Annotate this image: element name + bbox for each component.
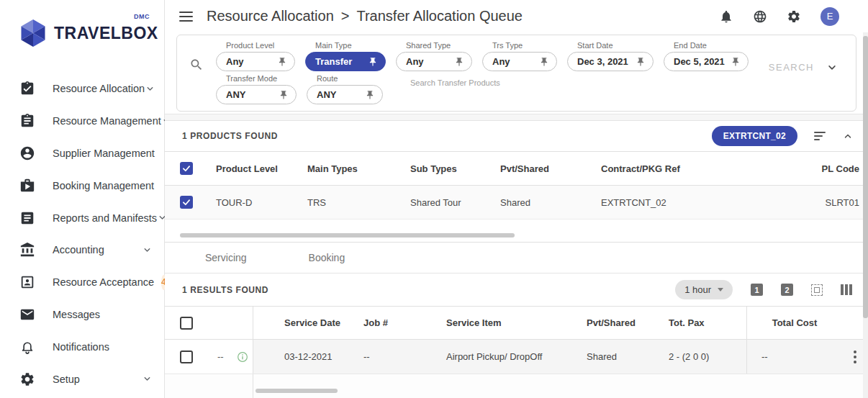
column-header: Total Cost [746,307,842,339]
sidebar-item-resource-allocation[interactable]: Resource Allocation [0,73,164,105]
products-bar-controls: EXTRTCNT_02 [712,126,854,146]
sidebar-item-resource-acceptance[interactable]: Resource Acceptance 4 [0,266,164,299]
pin-icon[interactable] [279,90,289,100]
column-header: Job # [363,307,446,339]
filter-field-end-date: End Date Dec 5, 2021 [664,40,749,71]
search-button[interactable]: SEARCH [769,62,814,73]
column-header: Pvt/Shared [500,163,601,174]
product-table-row[interactable]: TOUR-D TRS Shared Tour Shared EXTRTCNT_0… [165,186,868,220]
filter-field-main-type: Main Type Transfer [305,40,386,71]
sidebar-item-supplier-management[interactable]: Supplier Management [0,137,164,170]
transfer-mode-pill[interactable]: ANY [216,85,297,104]
gear-icon[interactable] [787,9,801,24]
interval-value: 1 hour [684,284,711,295]
sidebar-item-accounting[interactable]: Accounting [0,234,164,266]
column-header: Contract/PKG Ref [601,163,799,174]
sidebar-item-booking-management[interactable]: Booking Management [0,169,164,202]
pill-value: Any [492,56,510,67]
sidebar-item-label: Notifications [53,341,109,353]
section-divider [165,114,868,121]
sidebar-item-notifications[interactable]: Notifications [0,330,164,363]
cell-job: -- [363,340,446,374]
products-bar: 1 PRODUCTS FOUND EXTRTCNT_02 [165,121,868,151]
filter-row-1: Product Level Any Main Type Transfer [216,40,748,71]
filter-card: Product Level Any Main Type Transfer [176,35,856,112]
view-1-button[interactable]: 1 [751,284,763,296]
pin-icon[interactable] [454,57,464,67]
brand-logo[interactable]: TRAVELBOX [0,0,164,48]
search-transfer-products-placeholder[interactable]: Search Transfer Products [410,78,500,104]
view-2-button[interactable]: 2 [781,284,793,296]
interval-dropdown[interactable]: 1 hour [675,280,733,299]
sidebar-item-messages[interactable]: Messages [0,299,164,331]
pill-value: Any [226,56,244,67]
cell-service-item: Airport Pickup/ DropOff [446,340,587,374]
pin-icon[interactable] [277,57,287,67]
pill-value: Transfer [315,56,352,67]
vertical-scrollbar-thumb[interactable] [863,36,868,318]
tabs: Servicing Booking [165,243,868,273]
collapse-filters-chevron-icon[interactable] [826,61,838,74]
avatar[interactable]: E [820,7,839,26]
start-date-pill[interactable]: Dec 3, 2021 [567,52,654,71]
sidebar-item-label: Setup [53,374,80,385]
cell-main-types: TRS [307,197,410,208]
column-header: PL Code [799,163,868,174]
sidebar-item-label: Accounting [53,244,104,255]
results-hscroll-track [165,374,868,398]
chevron-up-icon[interactable] [842,130,854,142]
column-header: Product Level [216,163,307,174]
clipboard-check-icon [19,81,35,96]
bank-icon [19,242,35,258]
pin-icon[interactable] [636,57,646,67]
cell-tot-pax: 2 - (2 0 0) [669,340,746,374]
filter-label: Start Date [577,41,654,50]
cell-pvt-shared: Shared [587,340,669,374]
tab-booking[interactable]: Booking [309,252,345,263]
cell-total-cost: -- [746,340,842,374]
pin-icon[interactable] [368,57,378,67]
chevron-down-icon [142,374,153,384]
product-level-pill[interactable]: Any [216,52,295,71]
trs-type-pill[interactable]: Any [482,52,557,71]
sidebar-item-label: Resource Management [53,115,161,127]
sidebar-item-setup[interactable]: Setup [0,363,164,395]
sidebar-item-resource-management[interactable]: Resource Management [0,105,164,137]
pin-icon[interactable] [365,90,375,100]
breadcrumb-parent[interactable]: Resource Allocation [207,8,334,24]
hamburger-menu-icon[interactable] [179,9,193,24]
pill-value: Any [406,56,424,67]
contract-ref-tag[interactable]: EXTRTCNT_02 [712,126,797,146]
route-pill[interactable]: ANY [307,85,383,104]
results-hscroll-thumb[interactable] [256,389,338,393]
pill-value: ANY [317,89,336,100]
pin-icon[interactable] [731,57,741,67]
result-table-row[interactable]: -- 03-12-2021 -- Airport Pickup/ DropOff… [165,340,868,374]
clipboard-icon [19,113,35,129]
row-checkbox[interactable] [180,196,193,209]
row-checkbox[interactable] [180,350,193,363]
sidebar-item-reports-and-manifests[interactable]: Reports and Manifests [0,202,164,234]
columns-icon[interactable] [841,284,852,295]
globe-icon[interactable] [753,9,767,24]
products-hscroll-thumb[interactable] [180,233,515,238]
main-type-pill[interactable]: Transfer [305,52,386,71]
pin-icon[interactable] [539,57,549,67]
topbar-icons: E [719,7,839,26]
end-date-pill[interactable]: Dec 5, 2021 [664,52,749,71]
tab-servicing[interactable]: Servicing [205,252,247,263]
caret-down-icon [718,288,723,291]
shared-type-pill[interactable]: Any [396,52,472,71]
filter-label: Shared Type [406,41,472,50]
filter-field-shared-type: Shared Type Any [396,40,472,71]
sidebar: TRAVELBOX DMC Resource Allocation Resour… [0,0,165,398]
info-icon[interactable] [237,351,248,363]
select-all-checkbox[interactable] [180,162,193,175]
row-menu-kebab-icon[interactable] [851,348,859,366]
bell-icon[interactable] [719,9,733,24]
select-region-icon[interactable] [811,284,823,296]
search-icon[interactable] [189,58,204,72]
sort-icon[interactable] [812,130,828,143]
filter-label: Main Type [315,41,386,50]
select-all-results-checkbox[interactable] [180,317,193,330]
